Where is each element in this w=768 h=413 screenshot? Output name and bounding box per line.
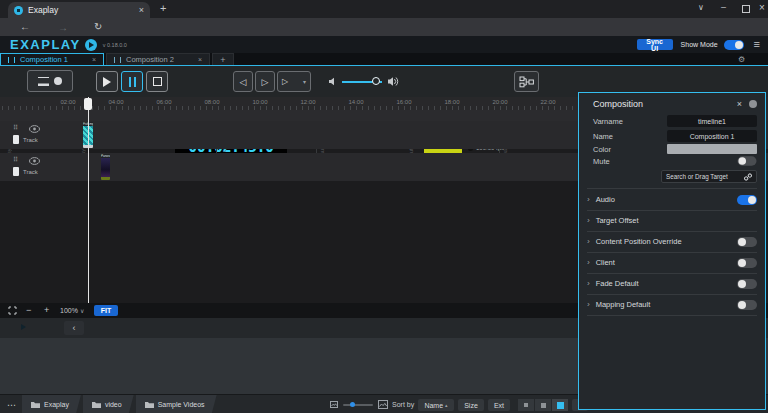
playhead-line[interactable] (88, 97, 89, 303)
folder-crumb-video[interactable]: video (83, 395, 134, 413)
folder-label: video (105, 401, 122, 408)
section-mapping-default[interactable]: ‹ Mapping Default (587, 294, 757, 316)
content-position-toggle[interactable] (737, 237, 757, 247)
volume-low-icon (329, 77, 338, 86)
sort-size-button[interactable]: Size (458, 399, 484, 411)
record-dot-icon (54, 77, 62, 85)
browser-tab[interactable]: Exaplay × (8, 2, 150, 18)
window-close-icon[interactable]: × (759, 3, 765, 13)
tab-composition-2[interactable]: Composition 2 × (106, 53, 210, 65)
fade-default-toggle[interactable] (737, 279, 757, 289)
tab-close-icon[interactable]: × (198, 56, 202, 63)
client-toggle[interactable] (737, 258, 757, 268)
tab-close-icon[interactable]: × (92, 56, 96, 63)
color-swatch[interactable] (667, 144, 757, 154)
view-thumbnails-button[interactable] (552, 399, 568, 411)
zoom-dropdown-caret-icon[interactable]: ∨ (80, 307, 84, 314)
search-drag-target-button[interactable]: Search or Drag Target (661, 170, 757, 183)
path-overflow-icon[interactable]: ⋯ (7, 401, 16, 410)
name-field[interactable]: Composition 1 (667, 130, 757, 142)
fullscreen-corners-icon[interactable] (8, 306, 17, 315)
thumbnail-size-knob[interactable] (350, 402, 355, 407)
add-composition-tab[interactable]: + (212, 53, 234, 65)
reload-icon[interactable]: ↻ (94, 22, 102, 32)
media-back-button[interactable]: ‹ (64, 321, 84, 335)
plus-icon: + (220, 55, 225, 65)
timeline-clip-panorama[interactable]: Panorama.mp4 (101, 154, 110, 180)
exaplay-favicon-icon (14, 6, 23, 15)
section-client[interactable]: ‹ Client (587, 252, 757, 274)
settings-gear-icon[interactable]: ⚙ (738, 55, 745, 64)
zoom-out-button[interactable]: − (26, 306, 31, 315)
panel-pin-icon[interactable] (749, 100, 757, 108)
ruler-label: 20:00 (492, 99, 507, 105)
section-label: Content Position Override (596, 237, 731, 246)
mapping-default-toggle[interactable] (737, 300, 757, 310)
mute-toggle[interactable] (738, 156, 757, 166)
folder-crumb-exaplay[interactable]: Exaplay (22, 395, 81, 413)
track-color-chip[interactable] (13, 135, 19, 144)
folder-icon (31, 401, 40, 408)
tab-close-icon[interactable]: × (139, 6, 144, 15)
track-grip-icon[interactable]: ⠿ (13, 124, 18, 132)
cue-mode-dropdown[interactable]: ▷ ▾ (277, 71, 311, 92)
window-maximize-icon[interactable] (742, 5, 750, 13)
audio-toggle[interactable] (737, 195, 757, 205)
zoom-in-button[interactable]: + (44, 306, 49, 315)
sort-ext-button[interactable]: Ext (488, 399, 510, 411)
app-menu-icon[interactable]: ≡ (754, 39, 760, 50)
disclosure-icon: ‹ (587, 279, 590, 288)
clip-name: Panorama.mp4 (101, 154, 110, 158)
section-audio[interactable]: ‹ Audio (587, 189, 757, 211)
node-graph-icon (519, 76, 534, 88)
volume-slider-knob[interactable] (372, 77, 380, 85)
volume-high-icon (388, 76, 400, 87)
window-minimize-icon[interactable]: – (721, 3, 726, 12)
tab-composition-1[interactable]: Composition 1 × (0, 53, 104, 65)
stop-button[interactable] (146, 71, 168, 92)
grid-view-icon (541, 403, 546, 408)
show-mode-label: Show Mode (681, 41, 718, 48)
folder-crumb-sample-videos[interactable]: Sample Videos (136, 395, 217, 413)
patch-editor-button[interactable] (514, 71, 539, 92)
color-label: Color (593, 145, 611, 154)
view-grid-button[interactable] (535, 399, 551, 411)
play-icon (103, 77, 111, 87)
forward-icon[interactable]: → (58, 22, 68, 33)
prev-cue-button[interactable]: ◁ (233, 71, 253, 92)
prev-icon: ◁ (240, 77, 247, 87)
fit-button[interactable]: FIT (94, 305, 118, 316)
thumbnail-view-icon (557, 402, 564, 409)
disclosure-icon: ‹ (587, 258, 590, 267)
back-icon[interactable]: ← (20, 22, 30, 32)
sort-name-button[interactable]: Name ▴ (418, 399, 454, 411)
browser-tab-title: Exaplay (28, 5, 134, 15)
show-mode-toggle[interactable] (724, 40, 744, 50)
track-visibility-eye-icon[interactable] (29, 125, 40, 133)
panel-close-icon[interactable]: × (737, 99, 742, 109)
sync-cue-button[interactable] (27, 70, 73, 92)
track-visibility-eye-icon[interactable] (29, 157, 40, 165)
section-target-offset[interactable]: ‹ Target Offset (587, 210, 757, 232)
folder-icon (145, 401, 154, 408)
track-color-chip[interactable] (13, 167, 19, 176)
section-content-position-override[interactable]: ‹ Content Position Override (587, 231, 757, 253)
track-grip-icon[interactable]: ⠿ (13, 156, 18, 164)
zoom-level-value[interactable]: 100% (60, 307, 78, 314)
new-tab-button[interactable]: + (160, 3, 166, 14)
playhead-handle[interactable] (84, 98, 92, 110)
play-button[interactable] (96, 71, 118, 92)
section-label: Fade Default (596, 279, 731, 288)
pause-button[interactable] (121, 71, 143, 92)
tab-search-icon[interactable]: ∨ (698, 4, 704, 12)
composition-inspector-panel: Composition × Varname timeline1 Name Com… (578, 92, 766, 410)
next-cue-button[interactable]: ▷ (255, 71, 275, 92)
view-list-button[interactable] (518, 399, 534, 411)
sync-ui-button[interactable]: Sync UI (637, 39, 673, 50)
next-icon: ▷ (262, 77, 269, 87)
varname-field[interactable]: timeline1 (667, 115, 757, 127)
section-fade-default[interactable]: ‹ Fade Default (587, 273, 757, 295)
thumbnail-size-slider[interactable] (343, 404, 373, 406)
section-label: Target Offset (596, 216, 757, 225)
track-label: Track (23, 137, 38, 143)
